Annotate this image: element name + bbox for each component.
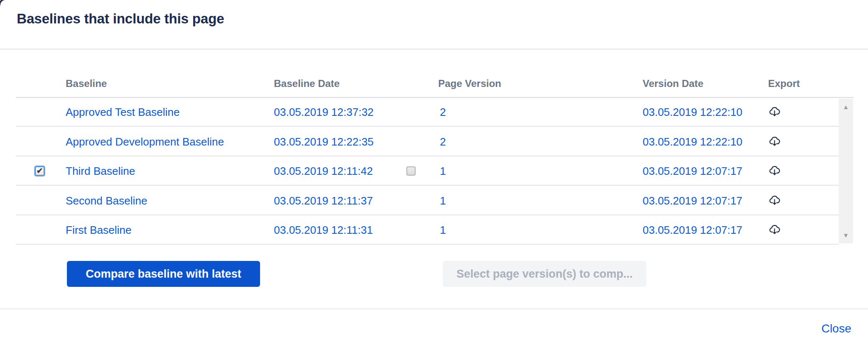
page-version-link[interactable]: 1 bbox=[440, 165, 446, 178]
page-version-link[interactable]: 2 bbox=[440, 106, 446, 119]
compare-baseline-button[interactable]: Compare baseline with latest bbox=[67, 261, 260, 287]
page-version-link[interactable]: 2 bbox=[440, 135, 446, 148]
column-header-page-version: Page Version bbox=[438, 78, 501, 89]
version-date-link[interactable]: 03.05.2019 12:07:17 bbox=[643, 165, 743, 178]
baselines-modal: Baselines that include this page Baselin… bbox=[0, 0, 868, 350]
version-date-link[interactable]: 03.05.2019 12:22:10 bbox=[643, 106, 743, 119]
export-cloud-download-icon[interactable] bbox=[768, 135, 782, 148]
baseline-link[interactable]: Approved Development Baseline bbox=[66, 135, 224, 148]
scroll-up-icon[interactable]: ▲ bbox=[839, 104, 853, 110]
version-date-link[interactable]: 03.05.2019 12:07:17 bbox=[643, 224, 743, 237]
dialog-title: Baselines that include this page bbox=[17, 11, 224, 27]
export-cloud-download-icon[interactable] bbox=[768, 194, 782, 207]
baseline-select-checkbox[interactable]: ✔ bbox=[34, 166, 45, 176]
baseline-link[interactable]: First Baseline bbox=[66, 224, 132, 237]
corner-artifact-icon bbox=[0, 0, 9, 6]
export-cloud-download-icon[interactable] bbox=[768, 105, 782, 119]
version-date-link[interactable]: 03.05.2019 12:22:10 bbox=[643, 135, 743, 148]
column-header-export: Export bbox=[768, 78, 800, 89]
close-button[interactable]: Close bbox=[821, 322, 851, 335]
page-version-link[interactable]: 1 bbox=[440, 224, 446, 237]
column-header-baseline: Baseline bbox=[66, 78, 107, 89]
page-version-select-checkbox[interactable] bbox=[406, 166, 416, 176]
title-divider bbox=[0, 49, 868, 50]
export-cloud-download-icon[interactable] bbox=[768, 223, 782, 237]
baseline-date-link[interactable]: 03.05.2019 12:22:35 bbox=[274, 135, 374, 148]
baseline-date-link[interactable]: 03.05.2019 12:37:32 bbox=[274, 106, 374, 119]
table-scrollbar[interactable]: ▲ ▼ bbox=[839, 99, 853, 243]
export-cloud-download-icon[interactable] bbox=[768, 164, 782, 178]
table-row: Approved Development Baseline 03.05.2019… bbox=[16, 128, 839, 156]
table-row: Approved Test Baseline 03.05.2019 12:37:… bbox=[16, 98, 839, 127]
footer-divider bbox=[0, 308, 868, 309]
table-row: ✔ Third Baseline 03.05.2019 12:11:42 1 0… bbox=[16, 157, 839, 186]
baseline-date-link[interactable]: 03.05.2019 12:11:37 bbox=[274, 194, 373, 207]
scroll-down-icon[interactable]: ▼ bbox=[839, 232, 853, 238]
table-header-divider bbox=[16, 97, 854, 98]
select-page-versions-button[interactable]: Select page version(s) to comp... bbox=[443, 261, 646, 287]
page-version-link[interactable]: 1 bbox=[440, 194, 446, 207]
baseline-link[interactable]: Third Baseline bbox=[66, 165, 135, 178]
baseline-date-link[interactable]: 03.05.2019 12:11:42 bbox=[274, 165, 373, 178]
baseline-link[interactable]: Approved Test Baseline bbox=[66, 106, 180, 119]
column-header-version-date: Version Date bbox=[643, 78, 703, 89]
baseline-date-link[interactable]: 03.05.2019 12:11:31 bbox=[274, 224, 373, 237]
table-row: Second Baseline 03.05.2019 12:11:37 1 03… bbox=[16, 187, 839, 215]
column-header-baseline-date: Baseline Date bbox=[274, 78, 340, 89]
checkmark-icon: ✔ bbox=[36, 167, 43, 175]
table-row: First Baseline 03.05.2019 12:11:31 1 03.… bbox=[16, 216, 839, 245]
baseline-link[interactable]: Second Baseline bbox=[66, 194, 147, 207]
version-date-link[interactable]: 03.05.2019 12:07:17 bbox=[643, 194, 743, 207]
